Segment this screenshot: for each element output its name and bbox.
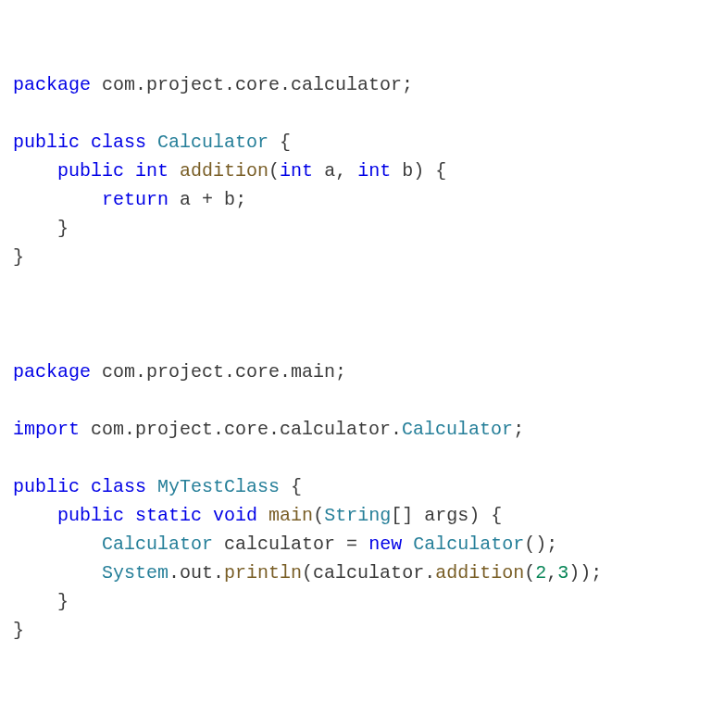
keyword-void: void	[213, 505, 257, 526]
class-name: MyTestClass	[157, 476, 280, 497]
method-println: println	[224, 562, 302, 584]
package-path: com.project.core.main	[102, 361, 335, 383]
keyword-import: import	[13, 419, 80, 440]
param-b: b	[402, 160, 413, 182]
keyword-package: package	[13, 74, 91, 95]
param-a: a	[324, 160, 335, 182]
import-class: Calculator	[402, 419, 513, 440]
keyword-class: class	[91, 132, 146, 153]
keyword-public: public	[57, 160, 124, 182]
import-path: com.project.core.calculator.	[91, 419, 402, 440]
field-out: out	[180, 562, 213, 584]
method-main: main	[268, 505, 313, 526]
class-name: Calculator	[157, 132, 268, 153]
keyword-public: public	[13, 132, 80, 153]
literal-2: 2	[535, 562, 546, 584]
ctor-calculator: Calculator	[413, 533, 524, 555]
var-a: a	[180, 189, 191, 210]
keyword-int: int	[280, 160, 313, 182]
var-b: b	[224, 189, 235, 210]
keyword-new: new	[368, 533, 402, 555]
param-args: args	[424, 505, 468, 526]
literal-3: 3	[557, 562, 568, 584]
keyword-package: package	[13, 361, 91, 383]
code-block: package com.project.core.calculator; pub…	[13, 70, 711, 728]
var-calculator: calculator	[313, 562, 424, 584]
keyword-public: public	[57, 505, 124, 526]
operator-plus: +	[202, 189, 213, 210]
keyword-public: public	[13, 476, 80, 497]
keyword-int: int	[357, 160, 391, 182]
package-path: com.project.core.calculator	[102, 74, 402, 95]
method-name: addition	[180, 160, 268, 182]
keyword-static: static	[135, 505, 202, 526]
keyword-int: int	[135, 160, 169, 182]
keyword-return: return	[102, 189, 169, 210]
type-string: String	[324, 505, 391, 526]
keyword-class: class	[91, 476, 146, 497]
var-calculator: calculator	[224, 533, 335, 555]
method-addition: addition	[435, 562, 524, 584]
class-system: System	[102, 562, 169, 584]
type-calculator: Calculator	[102, 533, 213, 555]
